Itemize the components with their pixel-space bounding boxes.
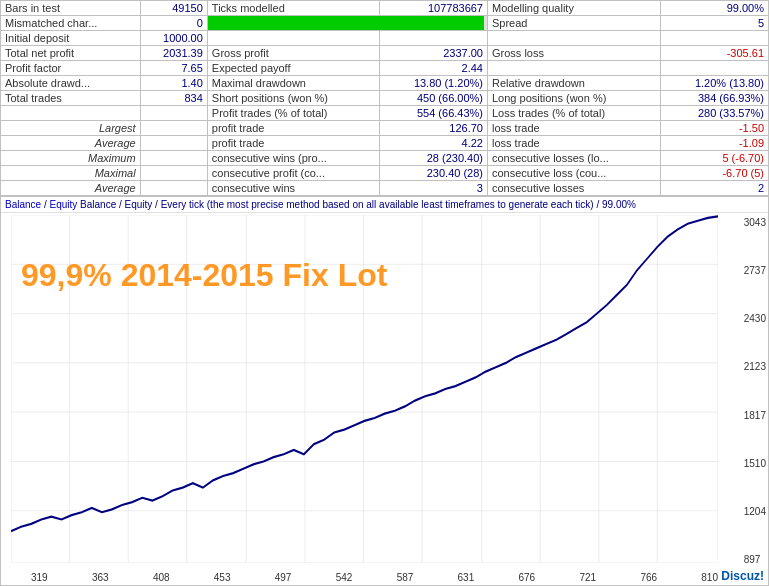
empty-value-1 (380, 31, 488, 46)
x-label-12: 810 (701, 572, 718, 583)
ticks-modelled-value: 107783667 (380, 1, 488, 16)
table-row: Bars in test 49150 Ticks modelled 107783… (1, 1, 769, 16)
empty-label-1 (207, 31, 380, 46)
initial-deposit-value: 1000.00 (140, 31, 207, 46)
long-pos-value: 384 (66.93%) (661, 91, 769, 106)
largest-profit-trade-label: profit trade (207, 121, 380, 136)
spread-label: Spread (487, 16, 660, 31)
table-row: Profit factor 7.65 Expected payoff 2.44 (1, 61, 769, 76)
chart-area: Balance / Equity Balance / Equity / Ever… (0, 196, 769, 586)
table-row: Total trades 834 Short positions (won %)… (1, 91, 769, 106)
table-row: Profit trades (% of total) 554 (66.43%) … (1, 106, 769, 121)
spread-value: 5 (661, 16, 769, 31)
consec-wins-value: 28 (230.40) (380, 151, 488, 166)
long-pos-label: Long positions (won %) (487, 91, 660, 106)
discuz-watermark: Discuz! (721, 569, 764, 583)
modelling-quality-value: 99.00% (661, 1, 769, 16)
largest-loss-trade-label: loss trade (487, 121, 660, 136)
consec-profit-value: 230.40 (28) (380, 166, 488, 181)
consec-wins-label: consecutive wins (pro... (207, 151, 380, 166)
x-label-11: 766 (640, 572, 657, 583)
largest-empty (140, 121, 207, 136)
y-label-8: 897 (744, 554, 766, 565)
table-row: Largest profit trade 126.70 loss trade -… (1, 121, 769, 136)
x-label-7: 587 (397, 572, 414, 583)
avg-consec-wins-value: 3 (380, 181, 488, 196)
progress-bar (208, 16, 484, 30)
profit-factor-label: Profit factor (1, 61, 141, 76)
short-pos-value: 450 (66.00%) (380, 91, 488, 106)
equity-link[interactable]: Equity (49, 199, 77, 210)
y-label-5: 1817 (744, 410, 766, 421)
y-label-6: 1510 (744, 458, 766, 469)
average-empty-2 (140, 181, 207, 196)
progress-bar-cell (207, 16, 487, 31)
avg-consec-losses-value: 2 (661, 181, 769, 196)
y-label-2: 2737 (744, 265, 766, 276)
profit-trades-value: 554 (66.43%) (380, 106, 488, 121)
avg-profit-trade-label: profit trade (207, 136, 380, 151)
mismatched-value: 0 (140, 16, 207, 31)
consec-losses-label: consecutive losses (lo... (487, 151, 660, 166)
x-axis-labels: 319 363 408 453 497 542 587 631 676 721 … (31, 572, 718, 583)
abs-drawdown-value: 1.40 (140, 76, 207, 91)
table-row: Average profit trade 4.22 loss trade -1.… (1, 136, 769, 151)
maximum-empty (140, 151, 207, 166)
short-pos-label: Short positions (won %) (207, 91, 380, 106)
y-label-7: 1204 (744, 506, 766, 517)
bars-in-test-value: 49150 (140, 1, 207, 16)
gross-loss-label: Gross loss (487, 46, 660, 61)
table-row: Mismatched char... 0 Spread 5 (1, 16, 769, 31)
loss-trades-value: 280 (33.57%) (661, 106, 769, 121)
x-label-3: 408 (153, 572, 170, 583)
y-axis-labels: 3043 2737 2430 2123 1817 1510 1204 897 (744, 217, 766, 565)
avg-profit-trade-value: 4.22 (380, 136, 488, 151)
largest-profit-trade-value: 126.70 (380, 121, 488, 136)
max-drawdown-label: Maximal drawdown (207, 76, 380, 91)
table-row: Initial deposit 1000.00 (1, 31, 769, 46)
stats-table: Bars in test 49150 Ticks modelled 107783… (0, 0, 769, 196)
total-net-profit-label: Total net profit (1, 46, 141, 61)
table-row: Maximum consecutive wins (pro... 28 (230… (1, 151, 769, 166)
x-label-6: 542 (336, 572, 353, 583)
consec-loss-value: -6.70 (5) (661, 166, 769, 181)
table-row: Absolute drawd... 1.40 Maximal drawdown … (1, 76, 769, 91)
largest-loss-trade-value: -1.50 (661, 121, 769, 136)
rel-drawdown-label: Relative drawdown (487, 76, 660, 91)
mismatched-label: Mismatched char... (1, 16, 141, 31)
balance-link[interactable]: Balance (5, 199, 41, 210)
total-trades-label: Total trades (1, 91, 141, 106)
empty-value-4 (140, 106, 207, 121)
gross-profit-value: 2337.00 (380, 46, 488, 61)
progress-bar-container (208, 16, 487, 30)
x-label-2: 363 (92, 572, 109, 583)
avg-consec-wins-label: consecutive wins (207, 181, 380, 196)
main-container: Bars in test 49150 Ticks modelled 107783… (0, 0, 769, 586)
max-drawdown-value: 13.80 (1.20%) (380, 76, 488, 91)
consec-losses-value: 5 (-6.70) (661, 151, 769, 166)
x-label-1: 319 (31, 572, 48, 583)
abs-drawdown-label: Absolute drawd... (1, 76, 141, 91)
initial-deposit-label: Initial deposit (1, 31, 141, 46)
average-label-1: Average (1, 136, 141, 151)
gross-profit-label: Gross profit (207, 46, 380, 61)
avg-loss-trade-label: loss trade (487, 136, 660, 151)
x-label-10: 721 (579, 572, 596, 583)
average-empty-1 (140, 136, 207, 151)
y-label-1: 3043 (744, 217, 766, 228)
x-label-9: 676 (519, 572, 536, 583)
avg-loss-trade-value: -1.09 (661, 136, 769, 151)
chart-header: Balance / Equity Balance / Equity / Ever… (1, 197, 768, 213)
empty-label-2 (487, 31, 660, 46)
average-label-2: Average (1, 181, 141, 196)
chart-watermark: 99,9% 2014-2015 Fix Lot (21, 257, 387, 294)
table-row: Average consecutive wins 3 consecutive l… (1, 181, 769, 196)
empty-label-4 (1, 106, 141, 121)
maximal-label: Maximal (1, 166, 141, 181)
gross-loss-value: -305.61 (661, 46, 769, 61)
y-label-3: 2430 (744, 313, 766, 324)
table-row: Maximal consecutive profit (co... 230.40… (1, 166, 769, 181)
expected-payoff-label: Expected payoff (207, 61, 380, 76)
expected-payoff-value: 2.44 (380, 61, 488, 76)
empty-label-3 (487, 61, 660, 76)
